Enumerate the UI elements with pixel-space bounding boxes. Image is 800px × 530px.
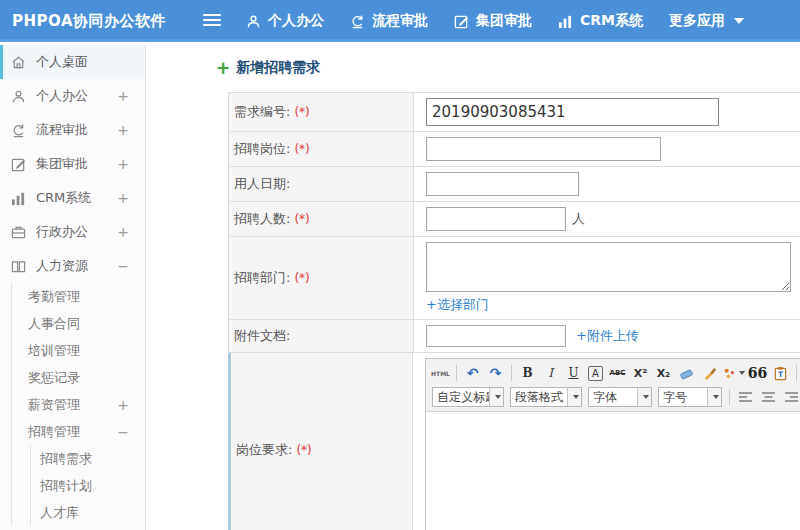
headcount-unit: 人	[572, 210, 585, 228]
sidebar-item-recruit-plan[interactable]: 招聘计划	[31, 472, 145, 499]
required-mark: (*)	[294, 142, 309, 156]
hamburger-menu-icon[interactable]	[203, 14, 221, 28]
expand-icon[interactable]: +	[117, 88, 129, 104]
caret-down-icon	[734, 18, 744, 24]
sidebar-item-attendance[interactable]: 考勤管理	[12, 283, 145, 310]
field-label: 招聘部门:	[234, 269, 290, 287]
nav-personal-office[interactable]: 个人办公	[246, 12, 324, 30]
field-label: 招聘人数:	[234, 210, 290, 228]
attachment-upload-link[interactable]: +附件上传	[576, 327, 639, 345]
align-center-icon[interactable]	[758, 387, 779, 408]
caret-down-icon	[489, 388, 503, 406]
book-icon	[11, 259, 27, 274]
process-icon	[11, 123, 27, 138]
expand-icon[interactable]: −	[117, 424, 129, 440]
form-row-department: 招聘部门: (*) +选择部门	[229, 237, 800, 320]
sidebar-item-talent-pool[interactable]: 人才库	[31, 499, 145, 526]
form-row-requirement: 岗位要求: (*) HTML ↶ ↷ B I	[229, 353, 800, 530]
top-navigation: 个人办公 流程审批 集团审批 CRM系统 更多应用	[246, 0, 770, 42]
user-icon	[246, 14, 261, 29]
blockquote-button[interactable]: 66	[747, 363, 768, 384]
expand-icon[interactable]: +	[117, 122, 129, 138]
sidebar-item-admin-office[interactable]: 行政办公 +	[0, 215, 145, 249]
caret-down-icon	[567, 388, 581, 406]
hire-date-input[interactable]	[426, 172, 579, 196]
recruit-demand-form: 需求编号: (*) 招聘岗位: (*) 用人日期:	[228, 92, 800, 530]
editor-toolbar: HTML ↶ ↷ B I U A ABC X² X₂	[426, 359, 800, 412]
nav-workflow-approval[interactable]: 流程审批	[350, 12, 428, 30]
expand-icon[interactable]: +	[117, 224, 129, 240]
caret-down-icon	[707, 388, 721, 406]
svg-text:T: T	[778, 370, 784, 379]
sidebar-item-hr[interactable]: 人力资源 −	[0, 249, 145, 283]
attachment-input[interactable]	[426, 325, 566, 347]
align-right-icon[interactable]	[781, 387, 800, 408]
expand-icon[interactable]: −	[117, 258, 129, 274]
sidebar-item-group-approval[interactable]: 集团审批 +	[0, 147, 145, 181]
sidebar-item-personal-office[interactable]: 个人办公 +	[0, 79, 145, 113]
position-input[interactable]	[426, 137, 661, 161]
font-family-select[interactable]: 字体	[588, 387, 652, 407]
strikethrough-button[interactable]: ABC	[607, 363, 628, 384]
underline-button[interactable]: U	[563, 363, 584, 384]
font-style-button[interactable]: A	[588, 366, 603, 381]
main-content: + 新增招聘需求 需求编号: (*) 招聘岗位: (*) 用人日期:	[150, 45, 800, 530]
briefcase-icon	[11, 225, 27, 240]
sidebar-item-workflow-approval[interactable]: 流程审批 +	[0, 113, 145, 147]
expand-icon[interactable]: +	[117, 190, 129, 206]
undo-icon[interactable]: ↶	[462, 363, 483, 384]
field-label: 用人日期:	[234, 175, 290, 193]
expand-icon[interactable]: +	[117, 156, 129, 172]
sidebar-item-recruit-mgmt[interactable]: 招聘管理 −	[12, 418, 145, 445]
caret-down-icon	[637, 388, 651, 406]
sidebar-item-personal-desktop[interactable]: 个人桌面	[0, 45, 145, 79]
field-label: 附件文档:	[234, 327, 290, 345]
superscript-button[interactable]: X²	[630, 363, 651, 384]
required-mark: (*)	[294, 105, 309, 119]
home-icon	[11, 55, 27, 70]
nav-group-approval[interactable]: 集团审批	[454, 12, 532, 30]
form-row-attachment: 附件文档: +附件上传	[229, 320, 800, 353]
chart-icon	[558, 14, 573, 29]
headcount-input[interactable]	[426, 207, 566, 231]
sidebar-item-training[interactable]: 培训管理	[12, 337, 145, 364]
chart-icon	[11, 191, 27, 206]
sidebar-item-rewards[interactable]: 奖惩记录	[12, 364, 145, 391]
editor-content-area[interactable]	[426, 412, 800, 530]
align-left-icon[interactable]	[735, 387, 756, 408]
form-row-demand-no: 需求编号: (*)	[229, 93, 800, 132]
font-size-select[interactable]: 字号	[658, 387, 722, 407]
required-mark: (*)	[294, 212, 309, 226]
select-department-link[interactable]: +选择部门	[426, 296, 489, 314]
italic-button[interactable]: I	[540, 363, 561, 384]
edit-icon	[11, 157, 27, 172]
redo-icon[interactable]: ↷	[485, 363, 506, 384]
sidebar-item-hr-contract[interactable]: 人事合同	[12, 310, 145, 337]
html-source-button[interactable]: HTML	[430, 363, 451, 384]
custom-title-select[interactable]: 自定义标题	[432, 387, 504, 407]
eraser-icon[interactable]	[676, 363, 697, 384]
caret-down-icon	[739, 371, 745, 375]
topbar: PHPOA协同办公软件 个人办公 流程审批 集团审批	[0, 0, 800, 42]
bold-button[interactable]: B	[517, 363, 538, 384]
demand-no-input[interactable]	[426, 98, 719, 126]
expand-icon[interactable]: +	[117, 397, 129, 413]
form-row-headcount: 招聘人数: (*) 人	[229, 202, 800, 237]
subscript-button[interactable]: X₂	[653, 363, 674, 384]
sidebar-item-salary[interactable]: 薪资管理 +	[12, 391, 145, 418]
required-mark: (*)	[296, 443, 311, 457]
sidebar-item-crm-system[interactable]: CRM系统 +	[0, 181, 145, 215]
paragraph-format-select[interactable]: 段落格式	[510, 387, 582, 407]
format-brush-icon[interactable]	[699, 363, 720, 384]
rich-text-editor: HTML ↶ ↷ B I U A ABC X² X₂	[425, 358, 800, 530]
department-textarea[interactable]	[426, 242, 791, 292]
highlight-color-icon[interactable]	[722, 363, 745, 384]
field-label: 需求编号:	[234, 103, 290, 121]
hr-submenu: 考勤管理 人事合同 培训管理 奖惩记录 薪资管理 + 招聘管理 − 招聘需求 招…	[11, 283, 145, 526]
nav-more-apps[interactable]: 更多应用	[669, 12, 744, 30]
nav-crm-system[interactable]: CRM系统	[558, 12, 643, 30]
form-row-position: 招聘岗位: (*)	[229, 132, 800, 167]
field-label: 岗位要求:	[236, 441, 292, 459]
sidebar-item-recruit-demand[interactable]: 招聘需求	[31, 445, 145, 472]
paste-icon[interactable]: T	[770, 363, 791, 384]
